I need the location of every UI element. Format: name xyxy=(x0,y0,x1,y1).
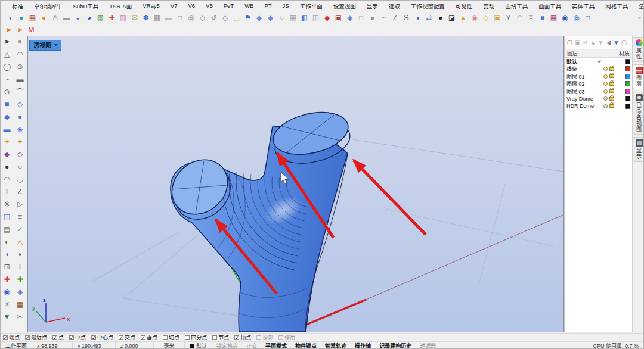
toolbar-icon[interactable]: ▲ xyxy=(458,13,468,23)
menu-tab-V5[interactable]: V5 xyxy=(200,1,218,10)
toolbar-icon[interactable]: ♖ xyxy=(526,13,536,23)
menu-tab-变动[interactable]: 变动 xyxy=(478,1,500,11)
units-button[interactable]: 毫米 xyxy=(154,342,185,349)
sidebar-tool-icon[interactable]: ◐ xyxy=(1,235,13,248)
sidebar-tool-icon[interactable]: ➤ xyxy=(1,35,13,48)
bulb-icon[interactable] xyxy=(603,104,608,108)
toolbar-icon[interactable]: ⇄ xyxy=(424,13,434,23)
panel-tab-monitor[interactable]: 显示 xyxy=(633,137,644,162)
layer-row[interactable]: Vray Dome xyxy=(565,95,632,103)
menu-tab-显示[interactable]: 显示 xyxy=(361,1,383,11)
toolbar-icon[interactable]: ● xyxy=(435,13,445,23)
menu-tab-曲线工具[interactable]: 曲线工具 xyxy=(500,1,533,11)
menu-tab-渲染工具[interactable]: 渲染工具 xyxy=(633,1,644,11)
sidebar-tool-icon[interactable]: ▤ xyxy=(1,223,13,235)
sidebar-tool-icon[interactable]: ✓ xyxy=(14,223,26,235)
toolbar-icon[interactable]: ◉ xyxy=(469,13,479,23)
sidebar-tool-icon[interactable]: ◉ xyxy=(1,285,13,298)
lock-icon[interactable] xyxy=(609,74,614,78)
layer-row[interactable]: HDR Dome xyxy=(565,102,632,110)
status-toggle-平面模式[interactable]: 平面模式 xyxy=(261,342,291,349)
sidebar-tool-icon[interactable]: ✚ xyxy=(1,273,13,285)
sidebar-tool-icon[interactable]: ▬ xyxy=(14,73,26,85)
sidebar-tool-icon[interactable]: ▦ xyxy=(14,298,26,310)
bulb-icon[interactable] xyxy=(603,96,608,101)
toolbar-icon[interactable]: ↺ xyxy=(209,13,219,23)
osnap-垂点[interactable]: ✓垂点 xyxy=(141,334,157,341)
toolbar-icon[interactable]: □ xyxy=(583,13,593,23)
toolbar-icon[interactable]: ▣ xyxy=(492,13,502,23)
menu-tab-工作视窗配置[interactable]: 工作视窗配置 xyxy=(405,1,450,11)
sidebar-tool-icon[interactable]: ◖ xyxy=(1,248,13,260)
toolbar-icon[interactable]: ◇ xyxy=(481,13,491,23)
menu-tab-设置视图[interactable]: 设置视图 xyxy=(328,1,361,11)
lock-icon[interactable] xyxy=(609,89,614,93)
sidebar-tool-icon[interactable]: ⌖ xyxy=(14,35,26,48)
osnap-切点[interactable]: 切点 xyxy=(163,334,179,341)
layer-row[interactable]: 线条 xyxy=(565,66,632,73)
layer-color-swatch[interactable] xyxy=(625,66,630,71)
toolbar-icon[interactable]: ▨ xyxy=(118,13,128,23)
layer-color-swatch[interactable] xyxy=(625,59,630,64)
status-toggle-正交[interactable]: 正交 xyxy=(242,342,261,349)
toolbar-icon[interactable]: ◠ xyxy=(515,13,525,23)
osnap-交点[interactable]: ✓交点 xyxy=(119,334,135,341)
toolbar-icon[interactable]: ▧ xyxy=(95,13,106,23)
status-toggle-过滤器[interactable]: 过滤器 xyxy=(416,342,440,349)
toolbar-icon[interactable]: ◕ xyxy=(84,13,94,23)
toolbar-icon[interactable]: S xyxy=(401,13,411,23)
toolbar-icon[interactable]: ♙ xyxy=(50,13,60,23)
layers-toolbar-icon[interactable]: ✕ xyxy=(581,38,589,48)
toolbar-icon[interactable]: □ xyxy=(356,13,366,23)
sidebar-tool-icon[interactable]: ✚ xyxy=(14,273,26,285)
sidebar-tool-icon[interactable]: ◈ xyxy=(14,285,26,298)
panel-tab-color-wheel[interactable]: 属性 xyxy=(633,37,644,62)
layer-row[interactable]: 图层 02 xyxy=(565,80,632,88)
sidebar-tool-icon[interactable]: ◯ xyxy=(1,60,13,73)
sidebar-tool-icon[interactable]: ◠ xyxy=(14,48,26,60)
toolbar-icon[interactable]: ◈ xyxy=(345,13,355,23)
layer-row[interactable]: 默认✓ xyxy=(565,58,632,66)
menu-tab-可见性[interactable]: 可见性 xyxy=(450,1,478,11)
menu-tab-TSR-A面[interactable]: TSR-A面 xyxy=(104,1,137,11)
layer-row[interactable]: 图层 03 xyxy=(565,88,632,95)
lock-icon[interactable] xyxy=(609,104,614,108)
layer-color-swatch[interactable] xyxy=(625,74,630,79)
toolbar-icon[interactable]: ▬ xyxy=(61,13,72,23)
toolbar-icon[interactable]: ◆ xyxy=(265,13,275,23)
toolbar-icon[interactable]: Z xyxy=(390,13,400,23)
material-column-header[interactable]: 材质 xyxy=(619,49,630,57)
sidebar-tool-icon[interactable]: ◆ xyxy=(1,148,13,160)
menu-tab-SubD工具[interactable]: SubD工具 xyxy=(68,1,104,11)
sidebar-tool-icon[interactable]: ⊕ xyxy=(14,60,26,73)
toolbar-icon[interactable]: ● xyxy=(39,13,49,23)
panel-tab-camera[interactable]: 已命名视图 xyxy=(633,92,644,135)
toolbar-icon[interactable]: ◒ xyxy=(73,13,83,23)
menu-tab-工作平面[interactable]: 工作平面 xyxy=(295,1,328,11)
lock-icon[interactable] xyxy=(609,82,614,86)
toolbar-icon[interactable]: ◎ xyxy=(571,13,581,23)
sidebar-tool-icon[interactable]: T xyxy=(1,185,13,198)
osnap-最近点[interactable]: ✓最近点 xyxy=(25,334,47,341)
toolbar-icon[interactable]: ▣ xyxy=(333,13,343,23)
sidebar-tool-icon[interactable]: ◠ xyxy=(1,173,13,185)
menu-tab-VRay5[interactable]: VRay5 xyxy=(137,1,165,10)
lock-icon[interactable] xyxy=(609,97,614,101)
sidebar-tool-icon[interactable]: ※ xyxy=(1,198,13,210)
sidebar-tool-icon[interactable]: ✳ xyxy=(1,298,13,310)
current-layer-indicator[interactable]: 默认 xyxy=(185,342,212,349)
sidebar-tool-icon[interactable]: ● xyxy=(1,160,13,173)
layer-color-swatch[interactable] xyxy=(625,81,630,86)
toolbar-icon[interactable]: ✉ xyxy=(129,13,140,23)
menu-tab-V7[interactable]: V7 xyxy=(165,1,183,10)
sidebar-tool-icon[interactable]: ◫ xyxy=(1,210,13,223)
toolbar-icon[interactable]: ◎ xyxy=(186,13,196,23)
sidebar-tool-icon[interactable]: ▬ xyxy=(1,123,13,135)
sidebar-tool-icon[interactable]: ✦ xyxy=(14,135,26,148)
toolbar-icon[interactable]: ⚑ xyxy=(243,13,253,23)
toolbar-icon[interactable]: ◪ xyxy=(447,13,457,23)
toolbar-icon[interactable]: Y xyxy=(503,13,513,23)
menu-tab-曲面工具[interactable]: 曲面工具 xyxy=(533,1,566,11)
perspective-viewport[interactable]: z y x 透视图 ▼ xyxy=(27,36,564,332)
sidebar-tool-icon[interactable]: ◡ xyxy=(14,173,26,185)
